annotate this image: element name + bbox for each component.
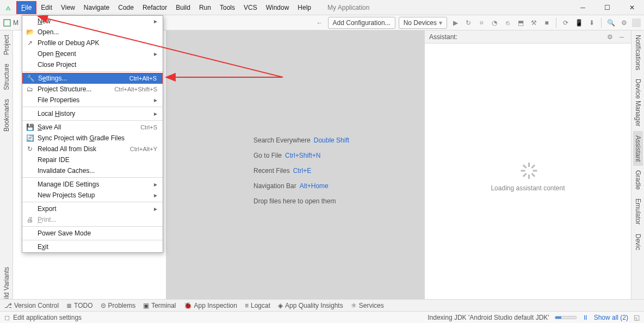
status-text: Edit application settings [13,314,82,321]
run-icon[interactable]: ▶ [450,18,460,28]
bug-icon: 🐞 [184,302,192,309]
branch-icon: ⎇ [4,302,12,309]
toolwindow-logcat[interactable]: ≡Logcat [245,302,270,309]
file-open[interactable]: 📂Open... [22,27,163,38]
services-icon: ⚛ [351,302,357,309]
menu-edit[interactable]: Edit [36,2,57,14]
wrench-icon: 🔧 [26,74,35,83]
toolwindow-assistant[interactable]: Assistant [633,131,643,166]
show-all-link[interactable]: Show all (2) [594,314,628,321]
sdk-icon[interactable]: ⬇ [587,18,597,28]
attach-icon[interactable]: ⎋ [503,18,512,28]
file-project-structure[interactable]: 🗂Project Structure...Ctrl+Alt+Shift+S [22,84,163,95]
file-manage-ide-settings[interactable]: Manage IDE Settings▸ [22,179,163,190]
bottom-toolbar: ⎇Version Control ≣TODO ⊝Problems ▣Termin… [0,299,644,311]
file-settings[interactable]: 🔧Settings...Ctrl+Alt+S [22,73,163,84]
more-icon[interactable] [632,18,641,27]
menu-vcs[interactable]: VCS [239,2,262,14]
toolwindow-structure[interactable]: Structure [2,59,11,95]
file-profile-apk[interactable]: ↗Profile or Debug APK [22,38,163,48]
avd-icon[interactable]: 📱 [574,18,584,28]
menu-navigate[interactable]: Navigate [79,2,114,14]
stop-icon[interactable]: ■ [542,18,552,28]
window-minimize[interactable]: ─ [571,0,595,15]
file-export[interactable]: Export▸ [22,203,163,214]
menu-tools[interactable]: Tools [215,2,239,14]
assistant-hide-icon[interactable]: ─ [617,32,627,42]
toolwindow-bookmarks[interactable]: Bookmarks [2,95,11,136]
menu-view[interactable]: View [57,2,79,14]
assistant-loading-text: Loading assistant content [491,184,565,192]
right-toolstrip: Notifications Device Manager Assistant G… [631,30,644,311]
file-reload-disk[interactable]: ↻Reload All from DiskCtrl+Alt+Y [22,144,163,154]
menu-code[interactable]: Code [114,2,138,14]
toolwindow-device-manager[interactable]: Device Manager [633,74,643,131]
assistant-gear-icon[interactable]: ⚙ [605,32,615,42]
apply-changes-icon[interactable]: ↻ [463,18,473,28]
menu-refactor[interactable]: Refactor [138,2,171,14]
menu-run[interactable]: Run [195,2,215,14]
gear-icon[interactable]: ⚙ [619,18,629,28]
toolwindow-terminal[interactable]: ▣Terminal [143,302,176,309]
file-invalidate-caches[interactable]: Invalidate Caches... [22,165,163,176]
file-close-project[interactable]: Close Project [22,59,163,70]
debug-icon[interactable]: ⌗ [476,18,486,28]
loading-spinner-icon [520,163,536,179]
toolwindow-gradle[interactable]: Gradle [633,166,643,194]
device-selector[interactable]: No Devices ▾ [399,17,447,29]
toolwindow-emulator[interactable]: Emulator [633,194,643,229]
menu-build[interactable]: Build [171,2,195,14]
file-sync-gradle[interactable]: 🔄Sync Project with Gradle Files [22,133,163,144]
window-close[interactable]: ✕ [620,0,644,15]
android-studio-logo [3,3,13,13]
nav-tab-label: M [13,19,18,27]
file-new-projects-setup[interactable]: New Projects Setup▸ [22,190,163,201]
file-properties[interactable]: File Properties▸ [22,95,163,105]
toolwindow-device-file[interactable]: Devic [633,229,643,254]
menu-help[interactable]: Help [293,2,315,14]
file-save-all[interactable]: 💾Save AllCtrl+S [22,122,163,133]
save-icon: 💾 [26,123,34,132]
diamond-icon: ◈ [278,302,283,309]
search-icon[interactable]: 🔍 [606,18,616,28]
file-local-history[interactable]: Local History▸ [22,108,163,119]
file-print[interactable]: 🖨Print... [22,214,163,225]
list-icon: ≣ [66,302,72,309]
toolwindow-problems[interactable]: ⊝Problems [101,302,136,309]
coverage-icon[interactable]: ⬒ [516,18,525,28]
add-configuration-button[interactable]: Add Configuration... [328,17,395,29]
file-power-save[interactable]: Power Save Mode [22,228,163,239]
window-maximize[interactable]: ☐ [595,0,620,15]
hammer-icon[interactable]: ⚒ [529,18,538,28]
menu-file[interactable]: File [16,1,36,14]
toolwindow-version-control[interactable]: ⎇Version Control [4,302,59,309]
toolwindow-notifications[interactable]: Notifications [633,30,643,74]
status-indexing: Indexing JDK 'Android Studio default JDK… [428,314,549,321]
menu-window[interactable]: Window [262,2,294,14]
toolwindow-quality[interactable]: ◈App Quality Insights [278,302,343,309]
file-repair-ide[interactable]: Repair IDE [22,154,163,165]
progress-bar [555,316,577,319]
file-new[interactable]: New▸ [22,16,163,27]
nav-tab[interactable]: M [3,19,18,27]
toolwindow-app-inspection[interactable]: 🐞App Inspection [184,302,237,309]
left-toolstrip: Project Structure Bookmarks Build Varian… [0,30,13,311]
sync-icon[interactable]: ⟳ [561,18,571,28]
editor-placeholder: Search EverywhereDouble Shift Go to File… [166,30,424,311]
toolwindow-services[interactable]: ⚛Services [351,302,384,309]
toolwindow-project[interactable]: Project [2,30,11,59]
file-open-recent[interactable]: Open Recent▸ [22,48,163,59]
file-exit[interactable]: Exit [22,241,163,252]
logcat-icon: ≡ [245,302,249,309]
warning-icon: ⊝ [101,302,106,309]
profile-icon[interactable]: ◔ [490,18,499,28]
status-square-icon[interactable]: ◻ [4,314,10,321]
assistant-panel: Assistant: ⚙ ─ Loading assistant content [424,30,631,311]
print-icon: 🖨 [26,215,34,224]
status-corner-icon[interactable]: ◱ [634,314,640,321]
svg-rect-0 [4,20,10,26]
progress-pause-icon[interactable]: ⏸ [582,314,589,321]
back-arrow-icon[interactable]: ← [315,18,325,28]
menubar: File Edit View Navigate Code Refactor Bu… [0,0,644,15]
toolwindow-todo[interactable]: ≣TODO [66,302,92,309]
